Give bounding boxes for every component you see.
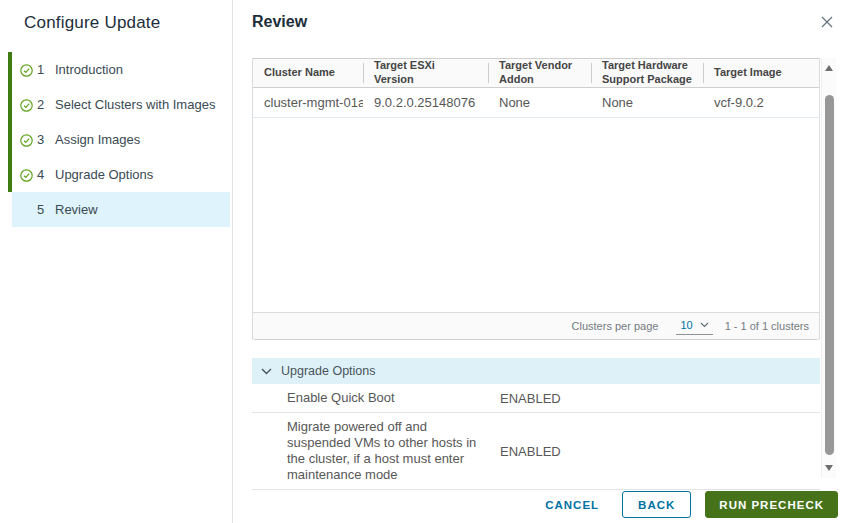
check-circle-icon [20, 98, 33, 111]
chevron-down-icon [700, 322, 709, 328]
check-circle-icon [20, 63, 33, 76]
cell-target-image: vcf-9.0.2 [703, 88, 819, 117]
column-header-target-vendor-addon: Target Vendor Addon [488, 59, 591, 87]
per-page-select[interactable]: 10 [676, 318, 712, 335]
table-row: cluster-mgmt-01a 9.0.2.0.25148076 None N… [253, 88, 819, 118]
step-select-clusters[interactable]: 2 Select Clusters with Images [0, 87, 233, 122]
chevron-down-icon [261, 368, 272, 375]
upgrade-options-header[interactable]: Upgrade Options [252, 358, 820, 384]
per-page-value: 10 [680, 319, 692, 331]
step-upgrade-options[interactable]: 4 Upgrade Options [0, 157, 233, 192]
step-label: Assign Images [55, 132, 140, 147]
cell-target-hardware-support-package: None [591, 88, 703, 117]
table-pagination: Clusters per page 10 1 - 1 of 1 clusters [253, 312, 819, 340]
wizard-steps: 1 Introduction 2 Select Clusters with Im… [0, 52, 233, 227]
table-header-row: Cluster Name Target ESXi Version Target … [253, 58, 819, 88]
cell-target-vendor-addon: None [488, 88, 591, 117]
step-label: Upgrade Options [55, 167, 153, 182]
run-precheck-button[interactable]: RUN PRECHECK [705, 491, 838, 518]
step-number: 5 [37, 202, 44, 217]
cell-target-esxi-version: 9.0.2.0.25148076 [363, 88, 488, 117]
cell-cluster-name: cluster-mgmt-01a [253, 88, 363, 117]
scroll-down-icon[interactable] [825, 465, 833, 471]
upgrade-options-title: Upgrade Options [281, 364, 376, 378]
step-number: 1 [37, 62, 44, 77]
scroll-up-icon[interactable] [825, 65, 833, 71]
column-header-target-esxi-version: Target ESXi Version [363, 59, 488, 87]
step-label: Introduction [55, 62, 123, 77]
check-circle-icon [20, 133, 33, 146]
option-label: Enable Quick Boot [287, 390, 492, 406]
step-introduction[interactable]: 1 Introduction [0, 52, 233, 87]
dialog-actions: CANCEL BACK RUN PRECHECK [541, 491, 838, 518]
option-value: ENABLED [500, 444, 561, 459]
option-value: ENABLED [500, 391, 561, 406]
step-review[interactable]: 5 Review [0, 192, 233, 227]
vertical-scrollbar[interactable] [821, 58, 836, 478]
wizard-sidebar: Configure Update 1 Introduction 2 Select… [0, 0, 233, 523]
page-title: Review [252, 13, 307, 31]
step-number: 2 [37, 97, 44, 112]
scrollbar-thumb[interactable] [825, 95, 834, 455]
option-label: Migrate powered off and suspended VMs to… [287, 419, 492, 483]
back-button[interactable]: BACK [622, 491, 691, 518]
step-number: 3 [37, 132, 44, 147]
per-page-label: Clusters per page [572, 320, 659, 332]
step-assign-images[interactable]: 3 Assign Images [0, 122, 233, 157]
table-empty-area [253, 118, 819, 312]
clusters-table: Cluster Name Target ESXi Version Target … [252, 58, 820, 340]
column-header-target-image: Target Image [703, 59, 819, 87]
step-label: Review [55, 202, 98, 217]
step-label: Select Clusters with Images [55, 97, 215, 112]
upgrade-options-section: Upgrade Options Enable Quick Boot ENABLE… [252, 358, 820, 490]
pagination-range: 1 - 1 of 1 clusters [725, 320, 809, 332]
column-header-cluster-name: Cluster Name [253, 59, 363, 87]
wizard-title: Configure Update [24, 13, 160, 33]
close-icon[interactable] [819, 15, 835, 31]
configure-update-dialog: Configure Update 1 Introduction 2 Select… [0, 0, 847, 523]
step-number: 4 [37, 167, 44, 182]
option-row-migrate-vms: Migrate powered off and suspended VMs to… [252, 413, 820, 490]
option-row-quick-boot: Enable Quick Boot ENABLED [252, 384, 820, 413]
column-header-target-hardware-support-package: Target Hardware Support Package [591, 59, 703, 87]
cancel-button[interactable]: CANCEL [541, 499, 603, 511]
check-circle-icon [20, 168, 33, 181]
